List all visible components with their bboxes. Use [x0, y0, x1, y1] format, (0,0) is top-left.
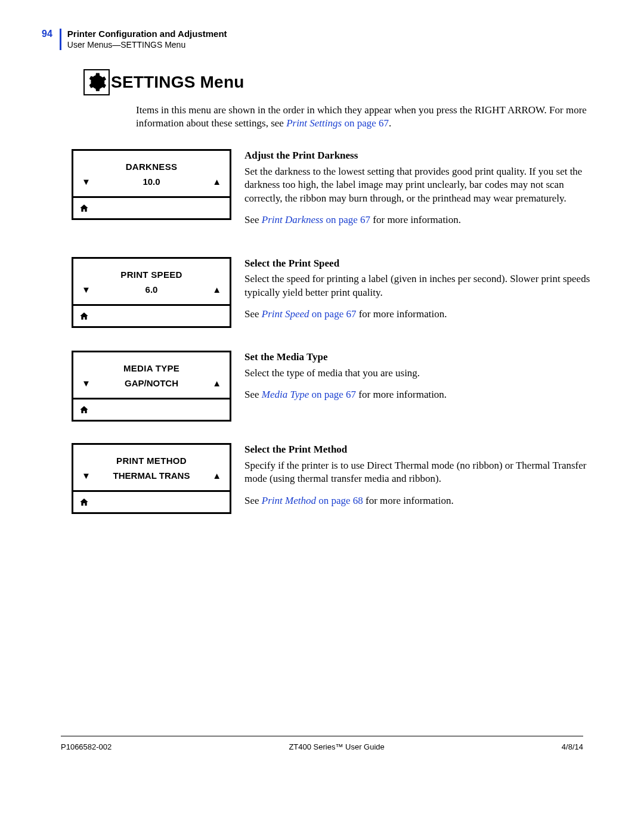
setting-description: Select the Print Speed Select the speed …	[244, 257, 590, 330]
up-arrow-icon: ▲	[212, 176, 221, 187]
see-link-page[interactable]: on page 68	[316, 495, 363, 506]
intro-post: .	[389, 117, 391, 129]
see-link[interactable]: Print Speed	[262, 308, 309, 320]
desc-title: Select the Print Speed	[244, 257, 590, 270]
desc-body: Select the type of media that you are us…	[244, 367, 447, 380]
footer-right: 4/8/14	[562, 742, 583, 751]
section-title-wrap: SETTINGS Menu	[83, 69, 590, 95]
desc-body: Set the darkness to the lowest setting t…	[244, 165, 590, 205]
lcd-label: MEDIA TYPE	[73, 352, 230, 376]
intro-link[interactable]: Print Settings	[286, 117, 342, 129]
setting-description: Set the Media Type Select the type of me…	[244, 351, 447, 410]
header-text: Printer Configuration and Adjustment Use…	[67, 29, 227, 50]
desc-body: Specify if the printer is to use Direct …	[244, 459, 590, 486]
see-link-page[interactable]: on page 67	[309, 308, 357, 320]
lcd-panel-mediatype: MEDIA TYPE ▼ GAP/NOTCH ▲	[72, 351, 231, 422]
setting-row: MEDIA TYPE ▼ GAP/NOTCH ▲ Set the Media T…	[42, 351, 590, 422]
home-icon	[79, 405, 89, 414]
home-icon	[79, 203, 89, 213]
see-pre: See	[244, 389, 262, 400]
down-arrow-icon: ▼	[82, 378, 91, 388]
lcd-panel-darkness: DARKNESS ▼ 10.0 ▲	[72, 149, 231, 220]
see-pre: See	[244, 214, 262, 225]
lcd-value: GAP/NOTCH	[91, 378, 212, 388]
see-link[interactable]: Print Method	[262, 495, 316, 506]
lcd-label: PRINT METHOD	[73, 445, 230, 468]
setting-description: Select the Print Method Specify if the p…	[244, 443, 590, 516]
lcd-value: 10.0	[91, 176, 212, 187]
footer-center: ZT400 Series™ User Guide	[289, 742, 384, 751]
see-post: for more information.	[363, 495, 454, 506]
see-link-page[interactable]: on page 67	[309, 389, 356, 400]
down-arrow-icon: ▼	[82, 284, 91, 295]
see-post: for more information.	[356, 308, 447, 320]
footer-left: P1066582-002	[61, 742, 112, 751]
intro-link-page[interactable]: on page 67	[342, 117, 389, 129]
home-icon	[79, 497, 89, 507]
desc-body: Select the speed for printing a label (g…	[244, 272, 590, 299]
page-header: 94 Printer Configuration and Adjustment …	[42, 29, 590, 50]
lcd-panel-printspeed: PRINT SPEED ▼ 6.0 ▲	[72, 257, 231, 328]
lcd-label: DARKNESS	[73, 151, 230, 174]
page-footer: P1066582-002 ZT400 Series™ User Guide 4/…	[61, 736, 583, 751]
setting-row: PRINT METHOD ▼ THERMAL TRANS ▲ Select th…	[42, 443, 590, 516]
up-arrow-icon: ▲	[212, 284, 221, 295]
down-arrow-icon: ▼	[82, 470, 91, 481]
lcd-panel-printmethod: PRINT METHOD ▼ THERMAL TRANS ▲	[72, 443, 231, 514]
see-post: for more information.	[356, 389, 447, 400]
gear-icon	[83, 69, 110, 95]
lcd-value: THERMAL TRANS	[91, 470, 212, 481]
desc-title: Adjust the Print Darkness	[244, 149, 590, 162]
section-title: SETTINGS Menu	[111, 73, 244, 92]
down-arrow-icon: ▼	[82, 176, 91, 187]
see-pre: See	[244, 308, 262, 320]
see-post: for more information.	[370, 214, 461, 225]
footer-rule	[61, 736, 583, 736]
desc-title: Set the Media Type	[244, 351, 447, 364]
lcd-label: PRINT SPEED	[73, 259, 230, 282]
lcd-value: 6.0	[91, 284, 212, 295]
header-divider	[60, 29, 61, 50]
see-pre: See	[244, 495, 262, 506]
see-link[interactable]: Media Type	[262, 389, 309, 400]
setting-description: Adjust the Print Darkness Set the darkne…	[244, 149, 590, 235]
header-title: Printer Configuration and Adjustment	[67, 29, 227, 40]
home-icon	[79, 311, 89, 321]
setting-row: PRINT SPEED ▼ 6.0 ▲ Select the Print Spe…	[42, 257, 590, 330]
desc-title: Select the Print Method	[244, 443, 590, 456]
up-arrow-icon: ▲	[212, 378, 221, 388]
page-number: 94	[42, 29, 52, 39]
see-link-page[interactable]: on page 67	[323, 214, 370, 225]
up-arrow-icon: ▲	[212, 470, 221, 481]
header-subtitle: User Menus—SETTINGS Menu	[67, 40, 227, 51]
section-intro: Items in this menu are shown in the orde…	[136, 104, 590, 130]
see-link[interactable]: Print Darkness	[262, 214, 323, 225]
setting-row: DARKNESS ▼ 10.0 ▲ Adjust the Print Darkn…	[42, 149, 590, 235]
